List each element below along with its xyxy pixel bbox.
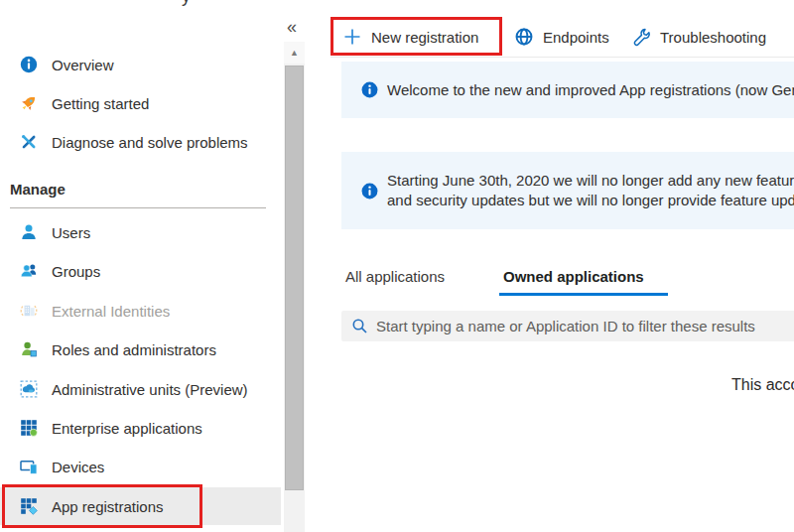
toolbar-divider [331,57,794,58]
troubleshooting-label: Troubleshooting [660,29,766,46]
sidebar-item-label: Getting started [52,95,149,112]
sidebar-item-external-identities[interactable]: External Identities [0,292,281,330]
filter-search-input[interactable] [376,318,793,334]
sidebar-item-label: External Identities [52,303,170,320]
roles-icon [20,340,38,358]
welcome-banner-text: Welcome to the new and improved App regi… [387,80,794,100]
tools-icon [20,133,38,151]
active-tab-underline [499,293,668,296]
enterprise-apps-icon [20,419,38,437]
plus-icon [342,27,362,47]
sidebar-item-devices[interactable]: Devices [0,448,281,485]
endpoints-button[interactable]: Endpoints [514,26,609,48]
tab-owned-applications[interactable]: Owned applications [503,268,644,290]
admin-units-icon [20,380,38,398]
sidebar-item-label: Groups [52,263,100,280]
sidebar-collapse-icon[interactable]: « [287,17,297,38]
endpoints-label: Endpoints [543,29,609,46]
sidebar-section-manage: Manage [10,181,66,198]
sidebar-item-enterprise-apps[interactable]: Enterprise applications [0,409,281,447]
deprecation-banner-text: Starting June 30th, 2020 we will no long… [387,171,794,210]
deprecation-line-1: Starting June 30th, 2020 we will no long… [387,172,794,189]
scrollbar-up-arrow-icon[interactable]: ▲ [284,42,305,64]
sidebar-item-label: Administrative units (Preview) [52,381,248,398]
sidebar-item-label: Users [52,224,90,241]
sidebar-item-label: Overview [52,57,114,73]
sidebar-item-getting-started[interactable]: Getting started [0,84,281,122]
sidebar-item-label: Diagnose and solve problems [52,134,248,151]
info-circle-icon [361,183,378,200]
wrench-icon [631,27,651,47]
user-icon [20,223,38,241]
sidebar-item-admin-units[interactable]: Administrative units (Preview) [0,370,281,408]
app-registrations-page: y « Overview Getting started Diagnose an… [0,0,794,532]
deprecation-info-banner: Starting June 30th, 2020 we will no long… [341,152,794,229]
sidebar-item-label: Enterprise applications [52,420,202,437]
scrollbar-thumb[interactable] [285,66,304,490]
page-title-fragment: y [182,0,191,7]
sidebar-item-overview[interactable]: Overview [0,46,281,83]
sidebar-item-users[interactable]: Users [0,213,281,251]
rocket-icon [20,94,38,112]
sidebar-item-app-registrations[interactable]: App registrations [0,487,281,525]
new-registration-button[interactable]: New registration [342,26,478,48]
deprecation-line-2: and security updates but we will no long… [387,192,794,208]
troubleshooting-button[interactable]: Troubleshooting [631,26,766,48]
filter-search-box[interactable] [341,311,794,341]
account-message-fragment: This accou [731,376,794,394]
sidebar-item-label: Devices [52,459,104,475]
search-icon [351,318,368,334]
info-circle-icon [20,56,38,73]
sidebar-item-roles[interactable]: Roles and administrators [0,331,281,368]
welcome-info-banner: Welcome to the new and improved App regi… [341,62,794,118]
external-identities-icon [20,302,38,320]
sidebar-divider [10,207,266,208]
users-icon [20,262,38,280]
sidebar-item-diagnose[interactable]: Diagnose and solve problems [0,123,281,161]
sidebar-item-label: App registrations [52,498,164,515]
info-circle-icon [361,81,378,98]
globe-icon [514,27,534,47]
sidebar-item-label: Roles and administrators [52,341,216,358]
new-registration-label: New registration [371,29,478,46]
sidebar-item-groups[interactable]: Groups [0,252,281,290]
sidebar-scrollbar[interactable]: ▲ [284,42,305,532]
tab-all-applications[interactable]: All applications [345,268,445,290]
app-registrations-icon [20,497,38,515]
devices-icon [20,458,38,475]
